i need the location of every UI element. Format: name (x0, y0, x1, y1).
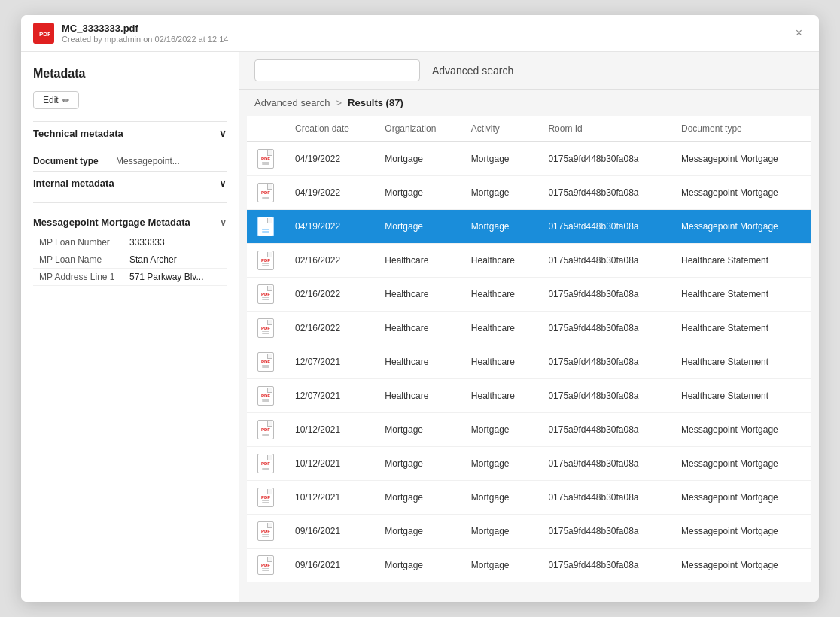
metadata-title: Metadata (33, 67, 227, 81)
row-icon-cell: PDF (247, 345, 285, 379)
room-cell: 0175a9fd448b30fa08a (537, 142, 671, 176)
row-icon-cell: PDF (247, 379, 285, 413)
date-cell: 09/16/2021 (285, 549, 374, 582)
table-row[interactable]: PDF 10/12/2021MortgageMortgage0175a9fd44… (247, 413, 811, 447)
table-row[interactable]: PDF 04/19/2022MortgageMortgage0175a9fd44… (247, 210, 811, 244)
mp-meta-row: MP Loan NameStan Archer (33, 251, 227, 269)
doctype-cell: Messagepoint Mortgage (671, 176, 811, 210)
document-type-value: Messagepoint... (116, 156, 180, 166)
table-row[interactable]: PDF 10/12/2021MortgageMortgage0175a9fd44… (247, 447, 811, 481)
row-icon-cell: PDF (247, 312, 285, 345)
doctype-cell: Healthcare Statement (671, 379, 811, 413)
doctype-cell: Messagepoint Mortgage (671, 481, 811, 515)
row-icon-cell: PDF (247, 210, 285, 244)
pdf-doc-icon: PDF (257, 352, 274, 372)
org-cell: Mortgage (374, 176, 461, 210)
table-row[interactable]: PDF 04/19/2022MortgageMortgage0175a9fd44… (247, 176, 811, 210)
room-cell: 0175a9fd448b30fa08a (537, 244, 671, 278)
date-cell: 02/16/2022 (285, 244, 374, 278)
room-cell: 0175a9fd448b30fa08a (537, 413, 671, 447)
org-cell: Mortgage (374, 515, 461, 549)
pdf-doc-icon: PDF (257, 488, 274, 507)
activity-cell: Healthcare (461, 379, 538, 413)
mp-meta-label: MP Address Line 1 (39, 272, 129, 282)
breadcrumb: Advanced search > Results (87) (239, 90, 819, 116)
mp-meta-row: MP Address Line 1571 Parkway Blv... (33, 269, 227, 286)
mp-meta-value: 3333333 (129, 237, 165, 248)
activity-cell: Healthcare (461, 278, 538, 312)
doctype-cell: Messagepoint Mortgage (671, 549, 811, 582)
row-icon-cell: PDF (247, 447, 285, 481)
pencil-icon: ✏ (62, 96, 69, 105)
table-row[interactable]: PDF 02/16/2022HealthcareHealthcare0175a9… (247, 312, 811, 345)
table-col-header: Creation date (285, 116, 374, 142)
results-table-container: Creation dateOrganizationActivityRoom Id… (239, 116, 819, 602)
room-cell: 0175a9fd448b30fa08a (537, 515, 671, 549)
activity-cell: Mortgage (461, 481, 538, 515)
room-cell: 0175a9fd448b30fa08a (537, 447, 671, 481)
main-body: Metadata Edit ✏ Technical metadata ∨ Doc… (21, 52, 819, 602)
table-col-header: Document type (671, 116, 811, 142)
org-cell: Healthcare (374, 278, 461, 312)
table-row[interactable]: PDF 09/16/2021MortgageMortgage0175a9fd44… (247, 549, 811, 582)
mp-metadata-header[interactable]: Messagepoint Mortgage Metadata ∨ (33, 211, 227, 234)
pdf-doc-icon: PDF (257, 183, 274, 202)
activity-cell: Mortgage (461, 413, 538, 447)
table-row[interactable]: PDF 12/07/2021HealthcareHealthcare0175a9… (247, 379, 811, 413)
org-cell: Mortgage (374, 413, 461, 447)
org-cell: Healthcare (374, 345, 461, 379)
table-col-header: Room Id (537, 116, 671, 142)
pdf-doc-icon: PDF (257, 318, 274, 338)
breadcrumb-link[interactable]: Advanced search (254, 97, 330, 108)
doctype-cell: Healthcare Statement (671, 312, 811, 345)
doctype-cell: Messagepoint Mortgage (671, 515, 811, 549)
date-cell: 09/16/2021 (285, 515, 374, 549)
org-cell: Mortgage (374, 481, 461, 515)
table-row[interactable]: PDF 12/07/2021HealthcareHealthcare0175a9… (247, 345, 811, 379)
activity-cell: Mortgage (461, 210, 538, 244)
titlebar: PDF MC_3333333.pdf Created by mp.admin o… (21, 15, 819, 52)
table-row[interactable]: PDF 04/19/2022MortgageMortgage0175a9fd44… (247, 142, 811, 176)
row-icon-cell: PDF (247, 244, 285, 278)
divider (33, 202, 227, 203)
table-row[interactable]: PDF 02/16/2022HealthcareHealthcare0175a9… (247, 244, 811, 278)
close-button[interactable]: × (791, 25, 807, 41)
right-panel: Advanced search Advanced search > Result… (239, 52, 819, 602)
org-cell: Mortgage (374, 142, 461, 176)
org-cell: Mortgage (374, 447, 461, 481)
table-row[interactable]: PDF 02/16/2022HealthcareHealthcare0175a9… (247, 278, 811, 312)
doctype-cell: Healthcare Statement (671, 244, 811, 278)
pdf-doc-icon: PDF (257, 420, 274, 439)
activity-cell: Mortgage (461, 447, 538, 481)
table-col-header: Activity (461, 116, 538, 142)
pdf-doc-icon: PDF (257, 284, 274, 304)
row-icon-cell: PDF (247, 142, 285, 176)
table-row[interactable]: PDF 09/16/2021MortgageMortgage0175a9fd44… (247, 515, 811, 549)
technical-metadata-label: Technical metadata (33, 128, 123, 139)
internal-metadata-label: internal metadata (33, 178, 114, 189)
internal-metadata-header[interactable]: internal metadata ∨ (33, 171, 227, 195)
date-cell: 12/07/2021 (285, 379, 374, 413)
row-icon-cell: PDF (247, 481, 285, 515)
chevron-down-icon-mp: ∨ (220, 217, 227, 228)
table-row[interactable]: PDF 10/12/2021MortgageMortgage0175a9fd44… (247, 481, 811, 515)
room-cell: 0175a9fd448b30fa08a (537, 176, 671, 210)
pdf-doc-icon: PDF (257, 251, 274, 270)
search-input[interactable] (254, 59, 420, 81)
search-header: Advanced search (239, 52, 819, 90)
edit-button[interactable]: Edit ✏ (33, 91, 79, 109)
document-type-label: Document type (33, 156, 116, 166)
pdf-doc-icon: PDF (257, 386, 274, 406)
chevron-down-icon-internal: ∨ (219, 178, 227, 189)
svg-text:PDF: PDF (39, 31, 50, 38)
mp-meta-row: MP Loan Number3333333 (33, 234, 227, 251)
date-cell: 04/19/2022 (285, 210, 374, 244)
pdf-doc-icon: PDF (257, 555, 274, 575)
row-icon-cell: PDF (247, 549, 285, 582)
technical-metadata-header[interactable]: Technical metadata ∨ (33, 121, 227, 145)
advanced-search-label: Advanced search (432, 65, 513, 77)
date-cell: 04/19/2022 (285, 176, 374, 210)
breadcrumb-current: Results (87) (348, 97, 403, 108)
org-cell: Mortgage (374, 549, 461, 582)
doctype-cell: Messagepoint Mortgage (671, 142, 811, 176)
